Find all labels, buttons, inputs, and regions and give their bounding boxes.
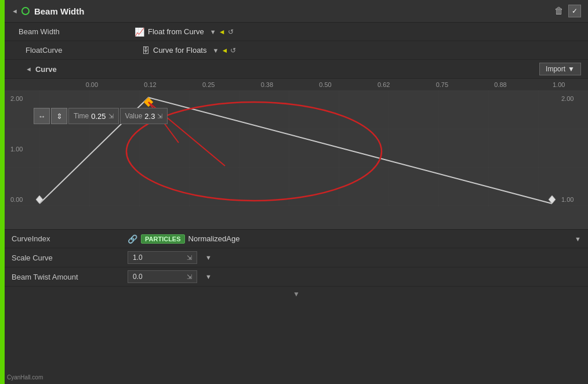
beam-width-value: 📈 Float from Curve ▼ ◄ ↺ (135, 27, 581, 37)
curve-ruler: 0.00 0.12 0.25 0.38 0.50 0.62 0.75 0.88 … (5, 79, 588, 90)
beam-width-reset-icon[interactable]: ↺ (228, 28, 234, 36)
value-input-group: Value 2.3 ⇲ (120, 108, 168, 124)
curve-toolbar: ↔ ⇕ Time 0.25 ⇲ Value 2.3 ⇲ (34, 108, 168, 124)
beam-twist-resize-icon: ⇲ (187, 273, 192, 281)
import-button[interactable]: Import ▼ (539, 63, 581, 75)
beam-twist-amount-row: Beam Twist Amount 0.0 ⇲ ▼ (5, 267, 588, 287)
toolbar-move-btn[interactable]: ⇕ (51, 108, 67, 124)
time-expand-icon[interactable]: ⇲ (108, 113, 114, 120)
scale-curve-dropdown-icon[interactable]: ▼ (205, 254, 212, 261)
curve-canvas-wrapper[interactable]: 2.00 1.00 0.00 2.00 1.00 (5, 90, 588, 207)
particles-badge: PARTICLES (141, 234, 185, 244)
y-label-right-200: 2.00 (561, 95, 574, 102)
beam-twist-amount-label: Beam Twist Amount (12, 273, 128, 281)
beam-twist-amount-input[interactable]: 0.0 ⇲ (128, 270, 197, 283)
scroll-down-icon[interactable]: ▼ (293, 290, 300, 298)
y-label-200: 2.00 (10, 95, 23, 102)
beam-width-row: Beam Width 📈 Float from Curve ▼ ◄ ↺ (5, 23, 588, 41)
bottom-props: CurveIndex 🔗 PARTICLES NormalizedAge ▼ S… (5, 230, 588, 384)
beam-twist-amount-input-value: 0.0 (133, 273, 143, 281)
ruler-tick-2: 0.12 (121, 81, 180, 88)
y-label-100: 1.00 (10, 146, 23, 153)
curve-index-row: CurveIndex 🔗 PARTICLES NormalizedAge ▼ (5, 230, 588, 248)
ruler-tick-9: 1.00 (529, 81, 588, 88)
curve-index-dropdown-icon[interactable]: ▼ (575, 236, 581, 242)
section-header: ◄ Beam Width 🗑 ✓ (5, 0, 588, 23)
value-label: Value (125, 112, 143, 120)
y-label-right-000: 1.00 (561, 196, 574, 203)
scroll-indicator: ▼ (5, 287, 588, 302)
ruler-tick-3: 0.25 (179, 81, 238, 88)
float-curve-value: 🗄 Curve for Floats ▼ ◄ ↺ (141, 46, 581, 55)
delete-button[interactable]: 🗑 (554, 6, 564, 16)
time-label: Time (74, 112, 89, 120)
curve-editor[interactable]: 0.00 0.12 0.25 0.38 0.50 0.62 0.75 0.88 … (5, 79, 588, 230)
value-expand-icon[interactable]: ⇲ (157, 113, 162, 120)
main-container: ◄ Beam Width 🗑 ✓ Beam Width 📈 Float from… (0, 0, 588, 384)
time-input-group: Time 0.25 ⇲ (68, 108, 119, 124)
scale-curve-input[interactable]: 1.0 ⇲ (128, 251, 197, 264)
value-value[interactable]: 2.3 (144, 112, 155, 121)
curve-for-floats-text: Curve for Floats (153, 46, 206, 55)
float-curve-actions: ▼ ◄ ↺ (212, 46, 236, 55)
scale-curve-value: 1.0 ⇲ ▼ (128, 251, 581, 264)
float-curve-label: FloatCurve (26, 46, 141, 55)
left-accent-bar (0, 0, 5, 384)
float-curve-text: Float from Curve (148, 27, 204, 36)
import-button-label: Import (546, 65, 565, 73)
enable-checkbox[interactable]: ✓ (568, 5, 581, 17)
float-curve-icon: 📈 (135, 27, 144, 37)
scale-curve-resize-icon: ⇲ (187, 254, 192, 262)
ruler-tick-0 (39, 81, 63, 88)
curve-for-floats-icon: 🗄 (141, 46, 150, 55)
beam-width-dropdown-icon[interactable]: ▼ (210, 28, 216, 35)
section-title: Beam Width (34, 6, 554, 16)
collapse-arrow-icon[interactable]: ◄ (12, 8, 18, 15)
float-curve-dropdown-icon[interactable]: ▼ (212, 47, 219, 54)
watermark: CyanHall.com (7, 374, 43, 381)
scale-curve-row: Scale Curve 1.0 ⇲ ▼ (5, 248, 588, 267)
float-curve-row: FloatCurve 🗄 Curve for Floats ▼ ◄ ↺ (5, 41, 588, 60)
ruler-tick-6: 0.62 (354, 81, 413, 88)
beam-width-actions: ▼ ◄ ↺ (210, 28, 234, 36)
curve-label: Curve (35, 65, 57, 74)
ruler-tick-5: 0.50 (296, 81, 355, 88)
header-actions: 🗑 ✓ (554, 5, 581, 17)
float-curve-yellow-arrow-icon[interactable]: ◄ (221, 46, 228, 55)
ruler-tick-4: 0.38 (238, 81, 296, 88)
beam-twist-dropdown-icon[interactable]: ▼ (205, 273, 212, 280)
scale-curve-label: Scale Curve (12, 253, 128, 262)
ruler-tick-1: 0.00 (63, 81, 121, 88)
ruler-tick-8: 0.88 (471, 81, 530, 88)
content-area: ◄ Beam Width 🗑 ✓ Beam Width 📈 Float from… (5, 0, 588, 384)
link-icon: 🔗 (128, 234, 137, 244)
ruler-tick-7: 0.75 (413, 81, 471, 88)
y-label-000: 0.00 (10, 196, 23, 203)
active-circle-icon (21, 7, 30, 15)
curve-header-row: ◄ Curve Import ▼ (5, 60, 588, 79)
beam-twist-amount-value: 0.0 ⇲ ▼ (128, 270, 581, 283)
curve-collapse-icon[interactable]: ◄ (26, 66, 32, 73)
import-dropdown-icon: ▼ (568, 65, 575, 73)
time-value[interactable]: 0.25 (91, 112, 106, 121)
curve-index-value: 🔗 PARTICLES NormalizedAge ▼ (128, 234, 581, 244)
curve-index-label: CurveIndex (12, 234, 128, 243)
scale-curve-input-value: 1.0 (133, 253, 143, 262)
float-curve-reset-icon[interactable]: ↺ (230, 46, 236, 55)
beam-width-yellow-arrow-icon[interactable]: ◄ (219, 28, 226, 36)
normalized-age-text: NormalizedAge (188, 234, 240, 243)
beam-width-label: Beam Width (19, 27, 135, 36)
toolbar-arrow-btn[interactable]: ↔ (34, 108, 50, 124)
